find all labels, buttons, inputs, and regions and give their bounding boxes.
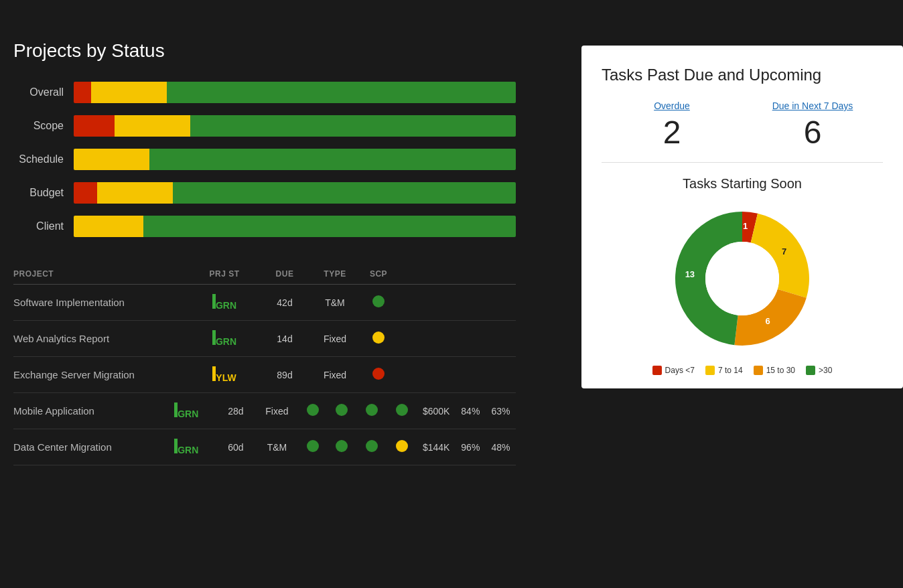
bar-track	[74, 182, 516, 204]
overdue-label[interactable]: Overdue	[602, 100, 742, 111]
legend-swatch	[806, 366, 815, 375]
project-status: GRN	[156, 439, 216, 455]
bar-segment-yellow	[91, 82, 167, 103]
table-row: Data Center MigrationGRN60dT&M$144K96%48…	[13, 429, 516, 465]
pct2: 63%	[486, 406, 516, 417]
extra-dot-0	[326, 440, 356, 454]
divider	[602, 162, 883, 163]
bar-track	[74, 149, 516, 170]
bar-segment-red	[74, 182, 97, 204]
extra-dot-2	[387, 440, 417, 454]
due-next-value: 6	[742, 117, 883, 149]
due-days: 89d	[261, 370, 308, 380]
scope-dot	[307, 404, 319, 416]
bar-label: Budget	[13, 187, 74, 199]
pct1: 84%	[456, 406, 486, 417]
contract-type: Fixed	[308, 334, 362, 344]
donut-segment-label->30: 13	[685, 269, 695, 279]
bar-segment-red	[74, 115, 115, 137]
bar-row: Client	[13, 216, 516, 237]
donut-segment-label-Days <7: 1	[743, 221, 748, 231]
table-row: Web Analytics ReportGRN14dFixed	[13, 321, 516, 357]
bar-row: Overall	[13, 82, 516, 103]
scope-dot	[372, 368, 385, 380]
legend-label: 7 to 14	[718, 366, 743, 375]
scope-dot	[307, 440, 319, 452]
col-header-type: TYPE	[308, 269, 362, 279]
col-header-due: DUE	[261, 269, 308, 279]
due-days: 42d	[261, 297, 308, 308]
table-header: PROJECT PRJ ST DUE TYPE SCP	[13, 264, 516, 285]
col-header-prjst: PRJ ST	[188, 269, 261, 279]
right-panel: Tasks Past Due and Upcoming Overdue 2 Du…	[581, 46, 903, 388]
bar-segment-green	[190, 115, 516, 137]
bar-label: Schedule	[13, 153, 74, 165]
bar-track	[74, 82, 516, 103]
project-name: Software Implementation	[13, 297, 188, 308]
contract-type: T&M	[255, 442, 299, 453]
due-days: 28d	[216, 406, 255, 417]
donut-segment-label-7 to 14: 7	[782, 246, 786, 256]
project-table: PROJECT PRJ ST DUE TYPE SCP Software Imp…	[13, 264, 516, 465]
status-badge-text: GRN	[216, 336, 236, 347]
table-row: Mobile ApplicationGRN28dFixed$600K84%63%	[13, 393, 516, 429]
status-badge-text: GRN	[178, 409, 198, 419]
bar-label: Client	[13, 220, 74, 232]
project-name: Data Center Migration	[13, 441, 156, 453]
legend-swatch	[652, 366, 662, 375]
extra-dot-2	[387, 404, 417, 418]
project-name: Mobile Application	[13, 405, 156, 417]
bar-segment-green	[143, 216, 516, 237]
bar-segment-red	[74, 82, 91, 103]
extra-indicator	[336, 404, 348, 416]
extra-indicator	[366, 440, 378, 452]
legend-swatch	[705, 366, 715, 375]
due-days: 60d	[216, 442, 255, 453]
due-days: 14d	[261, 334, 308, 344]
stats-row: Overdue 2 Due in Next 7 Days 6	[602, 100, 883, 149]
due-next-label[interactable]: Due in Next 7 Days	[742, 100, 883, 111]
amount: $144K	[417, 442, 455, 453]
col-header-scp: SCP	[362, 269, 395, 279]
legend-label: 15 to 30	[766, 366, 795, 375]
project-name: Web Analytics Report	[13, 333, 188, 344]
contract-type: T&M	[308, 297, 362, 308]
svg-point-0	[705, 242, 779, 315]
donut-chart: 17613	[669, 205, 816, 352]
project-status: GRN	[188, 330, 261, 347]
scope-indicator	[362, 368, 395, 382]
left-panel: Projects by Status OverallScopeScheduleB…	[0, 40, 529, 465]
donut-title: Tasks Starting Soon	[602, 176, 883, 192]
bar-label: Overall	[13, 86, 74, 98]
section-title: Projects by Status	[13, 40, 516, 62]
status-badge-text: GRN	[178, 445, 198, 455]
project-name: Exchange Server Migration	[13, 369, 188, 380]
bar-segment-yellow	[74, 149, 149, 170]
table-row: Software ImplementationGRN42dT&M	[13, 285, 516, 321]
scope-indicator	[299, 440, 326, 454]
status-badge-text: YLW	[216, 372, 236, 383]
bar-row: Schedule	[13, 149, 516, 170]
pct2: 48%	[486, 442, 516, 453]
legend-item: Days <7	[652, 366, 695, 375]
overdue-value: 2	[602, 117, 742, 149]
pct1: 96%	[456, 442, 486, 453]
extra-dot-1	[356, 404, 387, 418]
extra-dot-1	[356, 440, 387, 454]
table-row: Exchange Server MigrationYLW89dFixed	[13, 357, 516, 393]
bar-segment-yellow	[74, 216, 143, 237]
scope-dot	[372, 295, 385, 307]
scope-indicator	[299, 404, 326, 418]
extra-indicator	[396, 440, 408, 452]
bar-segment-yellow	[97, 182, 173, 204]
scope-indicator	[362, 332, 395, 346]
status-badge-text: GRN	[216, 300, 236, 311]
donut-segment-label-15 to 30: 6	[766, 316, 770, 326]
bar-segment-yellow	[115, 115, 190, 137]
project-status: GRN	[188, 294, 261, 311]
project-status: GRN	[156, 402, 216, 419]
bar-row: Scope	[13, 115, 516, 137]
legend-label: Days <7	[665, 366, 695, 375]
panel-title: Tasks Past Due and Upcoming	[602, 66, 883, 84]
legend-swatch	[754, 366, 763, 375]
